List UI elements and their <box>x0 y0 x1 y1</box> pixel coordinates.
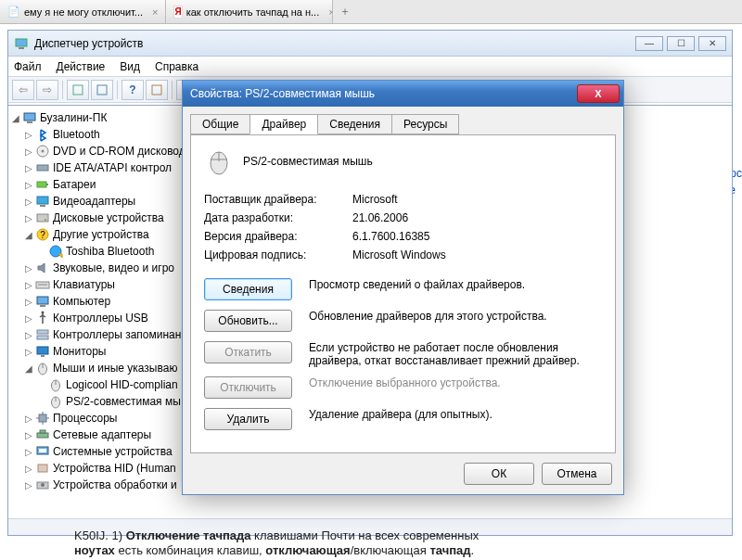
menu-action[interactable]: Действие <box>57 60 106 73</box>
expander-icon[interactable]: ▷ <box>23 447 34 457</box>
update-driver-button[interactable]: Обновить... <box>204 310 292 332</box>
dialog-titlebar[interactable]: Свойства: PS/2-совместимая мышь X <box>183 81 623 107</box>
toolbar-btn[interactable] <box>91 80 113 100</box>
system-icon <box>34 444 51 459</box>
close-button[interactable]: ✕ <box>698 36 726 51</box>
unknown-icon: ? <box>34 227 51 242</box>
computer-icon <box>14 36 29 51</box>
tab-details[interactable]: Сведения <box>317 114 392 134</box>
version-value: 6.1.7600.16385 <box>352 230 429 243</box>
node-label: Другие устройства <box>51 228 149 241</box>
tab-driver[interactable]: Драйвер <box>249 114 318 134</box>
driver-details-button[interactable]: Сведения <box>204 278 292 300</box>
maximize-button[interactable]: ☐ <box>667 36 695 51</box>
node-label: Компьютер <box>51 295 110 308</box>
new-tab-button[interactable]: ＋ <box>333 0 357 23</box>
properties-dialog: Свойства: PS/2-совместимая мышь X Общие … <box>182 80 624 495</box>
update-driver-desc: Обновление драйверов для этого устройств… <box>309 310 602 323</box>
expander-icon[interactable]: ◢ <box>23 230 34 240</box>
monitor-icon <box>34 344 51 359</box>
svg-rect-12 <box>37 182 46 187</box>
usb-icon <box>34 311 51 325</box>
browser-tab-0[interactable]: 📄 ему я не могу отключит... × <box>0 0 166 23</box>
expander-icon[interactable]: ◢ <box>10 113 21 123</box>
expander-icon[interactable]: ▷ <box>23 414 34 424</box>
expander-icon[interactable]: ▷ <box>23 180 34 190</box>
expander-icon[interactable]: ▷ <box>23 130 34 140</box>
expander-icon[interactable]: ◢ <box>23 363 34 374</box>
svg-rect-44 <box>40 430 45 433</box>
keyboard-icon <box>34 277 51 292</box>
back-button[interactable]: ⇦ <box>12 80 34 100</box>
tabstrip: Общие Драйвер Сведения Ресурсы <box>183 107 623 134</box>
svg-rect-47 <box>38 465 47 472</box>
tab-title: как отключить тачпад на н... <box>186 6 320 18</box>
signature-value: Microsoft Windows <box>352 248 446 261</box>
ok-button[interactable]: ОК <box>464 463 534 485</box>
svg-rect-4 <box>152 85 161 95</box>
ide-icon <box>34 160 51 175</box>
node-label: Сетевые адаптеры <box>51 428 151 441</box>
provider-label: Поставщик драйвера: <box>204 193 352 206</box>
close-button[interactable]: X <box>577 84 620 103</box>
cancel-button[interactable]: Отмена <box>542 463 612 485</box>
cpu-icon <box>34 411 51 426</box>
device-name: PS/2-совместимая мышь <box>243 155 373 168</box>
expander-icon[interactable]: ▷ <box>23 330 34 340</box>
expander-icon[interactable]: ▷ <box>23 280 34 290</box>
svg-rect-3 <box>97 85 107 95</box>
disable-device-button: Отключить <box>204 376 292 399</box>
svg-text:?: ? <box>40 230 45 240</box>
tab-general[interactable]: Общие <box>190 114 250 134</box>
browser-tab-1[interactable]: Я как отключить тачпад на н... × <box>166 0 333 23</box>
mouse-icon <box>47 377 64 392</box>
rollback-driver-button: Откатить <box>204 341 292 363</box>
svg-point-27 <box>42 312 45 314</box>
battery-icon <box>34 177 51 192</box>
node-label: Toshiba Bluetooth <box>64 245 154 258</box>
expander-icon[interactable]: ▷ <box>23 297 34 307</box>
expander-icon[interactable]: ▷ <box>23 146 34 157</box>
expander-icon[interactable]: ▷ <box>23 347 34 357</box>
node-label: Устройства обработки и <box>51 478 177 491</box>
expander-icon[interactable]: ▷ <box>23 197 34 207</box>
expander-icon[interactable]: ▷ <box>23 464 34 474</box>
svg-rect-2 <box>73 85 83 95</box>
tab-title: ему я не могу отключит... <box>24 6 143 18</box>
menu-help[interactable]: Справка <box>155 60 198 73</box>
expander-icon[interactable]: ▷ <box>23 430 34 440</box>
node-label: DVD и CD-ROM дисковод <box>51 145 186 158</box>
node-label: Клавиатуры <box>51 278 115 291</box>
tab-resources[interactable]: Ресурсы <box>391 114 459 134</box>
expander-icon[interactable]: ▷ <box>23 263 34 274</box>
yandex-icon: Я <box>173 6 182 19</box>
svg-rect-11 <box>37 165 48 171</box>
expander-icon[interactable]: ▷ <box>23 313 34 324</box>
forward-button[interactable]: ⇨ <box>36 80 58 100</box>
svg-rect-29 <box>37 336 48 339</box>
toolbar-btn[interactable] <box>146 80 168 100</box>
expander-icon[interactable]: ▷ <box>23 480 34 490</box>
expander-icon[interactable]: ▷ <box>23 163 34 173</box>
node-label: Мыши и иные указываю <box>51 362 177 375</box>
svg-rect-43 <box>37 433 48 438</box>
warn-icon <box>47 244 64 259</box>
node-label: Bluetooth <box>51 128 100 141</box>
expander-icon[interactable]: ▷ <box>23 213 34 223</box>
minimize-button[interactable]: — <box>635 36 663 51</box>
node-label: Видеоадаптеры <box>51 195 135 208</box>
toolbar-btn[interactable] <box>67 80 89 100</box>
disable-device-desc: Отключение выбранного устройства. <box>309 376 602 389</box>
help-button[interactable]: ? <box>122 80 144 100</box>
menu-file[interactable]: Файл <box>14 60 42 73</box>
mouse-icon <box>47 394 64 409</box>
svg-rect-8 <box>27 121 32 123</box>
mouse-icon <box>204 146 234 176</box>
svg-rect-0 <box>16 39 27 46</box>
uninstall-button[interactable]: Удалить <box>204 408 292 430</box>
menu-view[interactable]: Вид <box>120 60 140 73</box>
titlebar[interactable]: Диспетчер устройств — ☐ ✕ <box>8 31 732 57</box>
close-icon[interactable]: × <box>152 6 158 18</box>
hid-icon <box>34 461 51 476</box>
network-icon <box>34 427 51 442</box>
